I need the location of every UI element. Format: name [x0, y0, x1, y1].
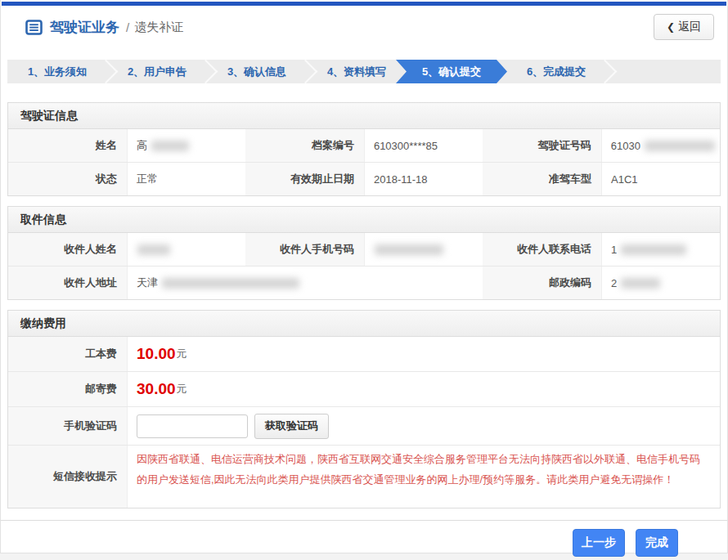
license-number-value: 61030: [601, 129, 720, 162]
file-number-value: 610300****85: [364, 129, 483, 162]
breadcrumb-divider: /: [126, 20, 129, 34]
back-button-label: 返回: [678, 20, 701, 33]
postage-fee-label: 邮寄费: [8, 372, 127, 406]
sms-code-field-group: 获取验证码: [127, 407, 720, 445]
name-label: 姓名: [8, 129, 127, 162]
postage-fee-amount: 30.00: [137, 380, 176, 398]
step-6-complete-submit: 6、完成提交: [506, 60, 606, 83]
list-icon: [25, 19, 43, 36]
previous-step-button[interactable]: 上一步: [573, 529, 625, 557]
fee-row: 工本费 10.00元: [8, 337, 720, 371]
footer-actions: 上一步 完成: [1, 521, 727, 557]
captcha-row: 手机验证码 获取验证码: [8, 406, 720, 445]
chevron-left-icon: ❮: [667, 21, 675, 33]
file-number-label: 档案编号: [245, 129, 364, 162]
recipient-address-value: 天津: [127, 267, 483, 299]
production-fee-label: 工本费: [8, 337, 127, 371]
section-payment: 缴纳费用 工本费 10.00元 邮寄费 30.00元 手机验证码 获取验证码 短…: [7, 310, 721, 508]
step-wizard: 1、业务须知 2、用户申告 3、确认信息 4、资料填写 5、确认提交 6、完成提…: [7, 60, 721, 83]
section-license-info: 驾驶证信息 姓名 高 档案编号 610300****85 驾驶证号码 61030…: [7, 102, 721, 196]
status-value: 正常: [127, 163, 245, 195]
step-4-fill-materials: 4、资料填写: [307, 60, 407, 83]
license-number-label: 驾驶证号码: [483, 129, 601, 162]
table-row: 收件人姓名 收件人手机号码 收件人联系电话 1: [8, 233, 720, 266]
section-title-payment: 缴纳费用: [8, 311, 720, 337]
breadcrumb-current: 遗失补证: [134, 20, 183, 35]
step-3-confirm-info: 3、确认信息: [207, 60, 307, 83]
redacted-recipient-address: [162, 278, 299, 289]
page-title: 驾驶证业务: [50, 18, 119, 37]
recipient-phone-value: 1: [601, 233, 720, 266]
step-1-business-notice: 1、业务须知: [7, 60, 107, 83]
page-container: 驾驶证业务 / 遗失补证 ❮返回 1、业务须知 2、用户申告 3、确认信息 4、…: [0, 0, 728, 553]
production-fee-unit: 元: [177, 347, 187, 361]
redacted-zip-code: [621, 278, 660, 289]
recipient-mobile-value: [364, 233, 483, 266]
status-label: 状态: [8, 163, 127, 195]
get-sms-code-button[interactable]: 获取验证码: [254, 414, 329, 439]
expiry-date-value: 2018-11-18: [364, 163, 483, 195]
sms-code-input[interactable]: [137, 414, 248, 438]
production-fee-amount: 10.00: [137, 345, 176, 363]
postage-fee-value: 30.00元: [127, 372, 720, 406]
zip-code-label: 邮政编码: [483, 267, 601, 299]
sms-warning-text: 因陕西省联通、电信运营商技术问题，陕西省互联网交通安全综合服务管理平台无法向持陕…: [137, 449, 715, 490]
expiry-date-label: 有效期止日期: [245, 163, 364, 195]
recipient-address-label: 收件人地址: [8, 267, 127, 299]
sms-notice-row: 短信接收提示 因陕西省联通、电信运营商技术问题，陕西省互联网交通安全综合服务管理…: [8, 445, 720, 508]
recipient-phone-label: 收件人联系电话: [483, 233, 601, 266]
table-row: 状态 正常 有效期止日期 2018-11-18 准驾车型 A1C1: [8, 162, 720, 195]
finish-button[interactable]: 完成: [636, 529, 678, 557]
sms-code-label: 手机验证码: [8, 407, 127, 445]
step-2-user-declaration: 2、用户申告: [107, 60, 207, 83]
step-5-confirm-submit-active: 5、确认提交: [396, 60, 507, 83]
redacted-recipient-name: [137, 244, 170, 255]
table-row: 收件人地址 天津 邮政编码 2: [8, 266, 720, 299]
vehicle-class-value: A1C1: [601, 163, 720, 195]
name-value: 高: [127, 129, 245, 162]
recipient-name-value: [127, 233, 245, 266]
recipient-name-label: 收件人姓名: [8, 233, 127, 266]
production-fee-value: 10.00元: [127, 337, 720, 371]
zip-code-value: 2: [601, 267, 720, 299]
sms-notice-value: 因陕西省联通、电信运营商技术问题，陕西省互联网交通安全综合服务管理平台无法向持陕…: [127, 446, 720, 508]
section-pickup-info: 取件信息 收件人姓名 收件人手机号码 收件人联系电话 1 收件人地址 天津 邮政…: [7, 206, 721, 300]
recipient-mobile-label: 收件人手机号码: [245, 233, 364, 266]
section-title-license: 驾驶证信息: [8, 103, 720, 129]
postage-fee-unit: 元: [177, 382, 187, 396]
vehicle-class-label: 准驾车型: [483, 163, 601, 195]
redacted-name: [151, 141, 189, 151]
section-title-pickup: 取件信息: [8, 207, 720, 233]
page-header: 驾驶证业务 / 遗失补证 ❮返回: [1, 6, 727, 48]
fee-row: 邮寄费 30.00元: [8, 371, 720, 406]
table-row: 姓名 高 档案编号 610300****85 驾驶证号码 61030: [8, 129, 720, 162]
redacted-recipient-mobile: [375, 244, 443, 255]
back-button[interactable]: ❮返回: [654, 14, 714, 40]
sms-notice-label: 短信接收提示: [8, 446, 127, 508]
redacted-license-number: [645, 141, 715, 151]
redacted-recipient-phone: [621, 244, 686, 255]
